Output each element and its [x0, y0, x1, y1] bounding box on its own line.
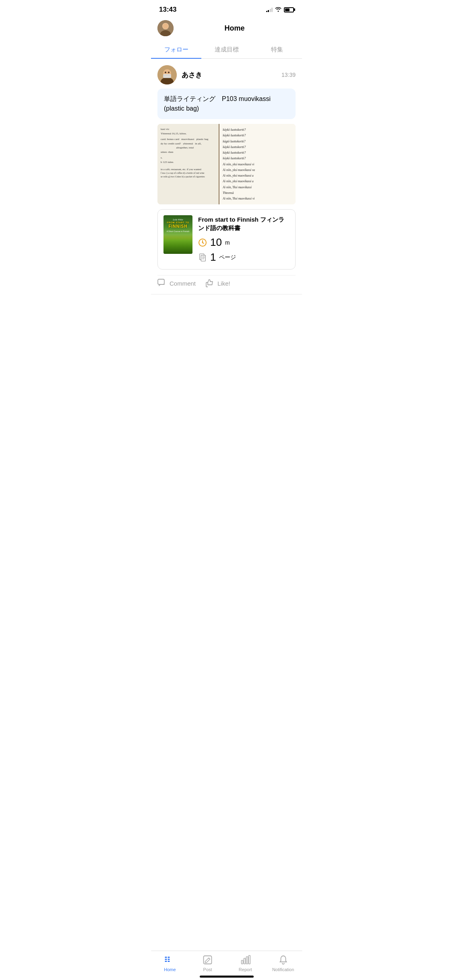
document-icon: [198, 253, 207, 262]
svg-rect-9: [163, 74, 171, 78]
tab-featured[interactable]: 特集: [252, 41, 302, 58]
wifi-icon: [275, 6, 281, 13]
notebook-right-page: käykö luottokortti? käykö luottokortti? …: [219, 124, 296, 204]
page-count-stat: 1 ページ: [198, 251, 290, 264]
study-time-unit: m: [225, 239, 230, 246]
tab-goal[interactable]: 達成目標: [201, 41, 252, 58]
book-info: From start to Finnish フィンランド語の教科書 10 m: [198, 215, 290, 264]
post-item: あさき 13:39 単語ライティング P103 muovikassi (plas…: [151, 59, 302, 294]
comment-label: Comment: [170, 280, 196, 287]
signal-icon: [266, 7, 273, 12]
comment-button[interactable]: Comment: [157, 279, 196, 288]
svg-point-3: [163, 23, 168, 29]
svg-point-7: [165, 72, 166, 73]
clock-icon: [198, 238, 207, 247]
post-header: あさき 13:39: [157, 65, 296, 84]
post-avatar[interactable]: [157, 65, 177, 84]
notebook-image: kasi vic Yhteensä 16,15, kiitos. card. b…: [157, 124, 296, 204]
tab-follow[interactable]: フォロー: [151, 41, 201, 58]
like-label: Like!: [217, 280, 230, 287]
svg-rect-17: [158, 279, 164, 284]
page-count-value: 1: [210, 251, 216, 264]
tabs-container: フォロー 達成目標 特集: [151, 41, 302, 59]
page-title: Home: [174, 24, 296, 33]
svg-rect-13: [201, 255, 205, 261]
book-stats: 10 m 1 ページ: [198, 236, 290, 264]
notebook-left-page: kasi vic Yhteensä 16,15, kiitos. card. b…: [157, 124, 219, 204]
svg-point-11: [202, 242, 203, 243]
status-icons: [266, 6, 294, 13]
like-button[interactable]: Like!: [205, 279, 230, 288]
book-title: From start to Finnish フィンランド語の教科書: [198, 215, 290, 232]
post-text-bubble: 単語ライティング P103 muovikassi (plastic bag): [157, 89, 296, 119]
study-time-value: 10: [210, 236, 222, 249]
post-username: あさき: [182, 70, 202, 80]
svg-point-8: [168, 72, 170, 73]
study-time-stat: 10 m: [198, 236, 290, 249]
book-card[interactable]: Leila White FROM START TO FINNISH A Shor…: [157, 209, 296, 270]
book-cover: Leila White FROM START TO FINNISH A Shor…: [163, 215, 192, 254]
post-time: 13:39: [281, 72, 296, 78]
status-bar: 13:43: [151, 0, 302, 17]
header: Home: [151, 17, 302, 41]
post-actions: Comment Like!: [157, 275, 296, 288]
status-time: 13:43: [159, 6, 176, 14]
battery-icon: [284, 7, 294, 12]
header-avatar[interactable]: [157, 20, 174, 36]
page-count-unit: ページ: [219, 254, 236, 261]
post-user-info: あさき: [157, 65, 202, 84]
